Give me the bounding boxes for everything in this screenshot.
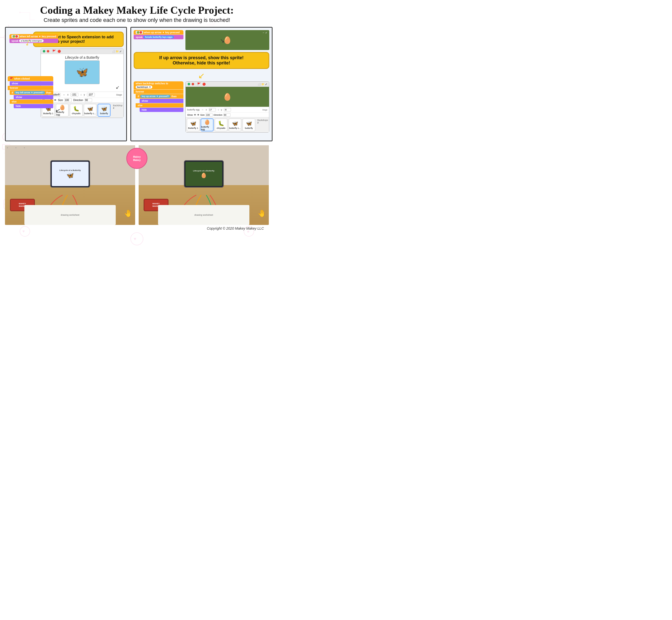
tablet-right-title: Lifecycle of a Butterfly [193,170,214,172]
main-code-right: when backdrop switches to backdrop1 ▼ fo… [134,81,269,135]
panels-row: ↓ 🟢🔴 when left arrow ▼ key pressed speak… [5,27,269,141]
when-clicked: when clicked [14,78,30,80]
sprite-butterfly-c[interactable]: 🦋butterfly c... [84,104,97,117]
top-code-block: 🟢🔴 when left arrow ▼ key pressed speak a… [9,34,58,43]
photo-left: Lifecycle of a Butterfly 🦋 MAKEYMAKEY dr… [5,145,135,225]
photo-right: Lifecycle of a Butterfly 🥚 MAKEYMAKEY [139,145,269,225]
tablet-left-butterfly: 🦋 [66,172,74,179]
x-input-right[interactable] [209,108,216,111]
makey-logo-line2: Makey [133,158,141,162]
top-code-right: 🟢🔴 when up arrow ▼ key pressed speak fem… [134,30,183,39]
sprite-bar-right: 🦋Butterfly 1 🥚butterfly egg 🐛chrysalis 🦋… [186,117,269,133]
speak-label: speak [11,40,18,42]
sprite-r-butterfly-c[interactable]: 🦋butterfly c... [229,118,241,132]
y-input[interactable] [87,93,95,97]
arrow-down-right: ↙ [134,71,269,81]
svg-point-16 [131,232,143,245]
butterfly-image: 🦋 [65,60,100,84]
right-panel: 🟢🔴 when up arrow ▼ key pressed speak fem… [131,27,273,141]
lifecycle-title: Lifecycle of a Butterfly [42,55,122,59]
hand-right: 🤚 [257,209,266,217]
svg-text:♥: ♥ [134,236,136,241]
if-block: if [12,91,13,94]
left-panel: ↓ 🟢🔴 when left arrow ▼ key pressed speak… [5,27,127,141]
sprite-r-egg[interactable]: 🥚butterfly egg [201,118,213,132]
sprite-chrysalis[interactable]: 🐛chrysalis [70,104,83,117]
copyright: Copyright © 2020 Makey Makey LLC [5,226,269,230]
size-input-right[interactable] [205,113,212,117]
show-block2: show [16,96,22,99]
scratch-window-right: 🚩 🔴 ⬜ 📁 ⤢ 🥚 butterfly egg ↔ x [185,81,269,133]
sprite-butterfly-active[interactable]: 🦋butterfly [98,104,110,117]
hand-left: 🤚 [124,209,133,217]
page-subtitle: Create sprites and code each one to show… [5,17,269,23]
tablet-left-title: Lifecycle of a Butterfly [59,169,81,171]
forever-block: forever [10,87,18,89]
stage-canvas-egg: 🥚 [186,87,269,107]
then-block: than [46,91,51,94]
makey-logo: Makey Makey [127,148,148,169]
sprite-r-butterfly[interactable]: 🦋butterfly [242,118,255,132]
key-left-arrow: key left arrow ▼ pressed? [14,91,45,94]
makey-logo-line1: Makey [133,155,141,158]
hide-block: hide [16,105,21,107]
curve-arrow-icon: ↙ [42,85,119,90]
when-up-arrow: when up arrow ▼ key pressed [144,31,180,34]
main-code-left: 🚩 when clicked show forever if key left [8,76,53,108]
size-input[interactable] [64,98,72,102]
direction-input-right[interactable] [224,113,231,117]
right-callout: If up arrow is pressed, show this sprite… [134,52,269,69]
sprite-r-chrysalis[interactable]: 🐛chrysalis [214,118,228,132]
y-input-right[interactable] [224,108,231,111]
when-left-arrow-label: when left arrow ▼ key pressed [20,35,56,38]
photos-row: Lifecycle of a Butterfly 🦋 MAKEYMAKEY dr… [5,145,269,225]
page-title: Coding a Makey Makey Life Cycle Project: [5,4,269,16]
else-block: else [12,100,16,103]
direction-input[interactable] [85,98,92,102]
tablet-right-egg: 🥚 [201,172,207,178]
sprite-info-bar-right: butterfly egg ↔ x ↕ y Stage [186,107,269,112]
x-input[interactable] [70,93,79,97]
sprite-r-butterfly1[interactable]: 🦋Butterfly 1 [187,118,200,132]
curve-arrow-right-top: ↘ [220,38,225,44]
speak-right-label: speak [136,36,143,39]
show-block: show [12,82,18,85]
speak-right-value: female butterfly lays eggs [143,36,174,39]
stage-image-right: → ↙ 🥚 [185,30,269,50]
